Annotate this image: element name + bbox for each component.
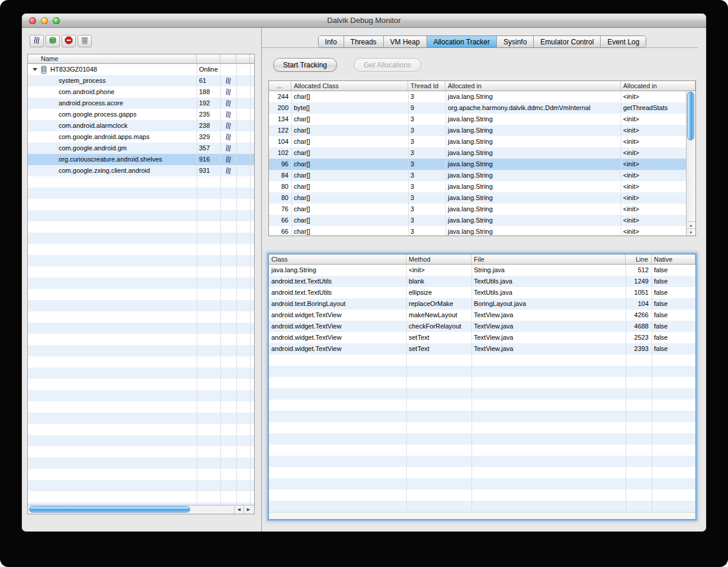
process-pid: 329 — [197, 131, 220, 143]
column-header-method[interactable]: Method — [406, 254, 472, 264]
frame-file: BoringLayout.java — [472, 298, 626, 310]
allocation-thread-id: 3 — [408, 170, 445, 181]
allocation-row[interactable]: 80 char[] 3 java.lang.String <init> — [269, 181, 686, 192]
halt-process-button[interactable] — [62, 35, 76, 47]
process-pid: 188 — [197, 86, 220, 98]
column-header-allocated-in-class[interactable]: Allocated in — [445, 81, 621, 91]
desktop-background: Dalvik Debug Monitor — [0, 0, 728, 567]
column-header-class[interactable]: Class — [269, 254, 406, 264]
tab[interactable]: Event Log — [601, 36, 646, 47]
process-row[interactable]: org.curiouscreature.android.shelves 916 — [28, 154, 254, 165]
stack-frame-row[interactable]: android.widget.TextView setText TextView… — [269, 332, 695, 343]
thread-updates-button[interactable] — [30, 35, 44, 47]
allocation-size: 80 — [269, 181, 291, 192]
process-row[interactable]: com.google.android.gm 357 — [28, 143, 254, 154]
allocation-row[interactable]: 102 char[] 3 java.lang.String <init> — [269, 147, 686, 159]
tab[interactable]: Sysinfo — [497, 36, 534, 47]
frame-class: android.widget.TextView — [269, 321, 406, 332]
process-row[interactable]: com.android.alarmclock 238 — [28, 120, 254, 131]
stack-frame-row[interactable]: android.text.BoringLayout replaceOrMake … — [269, 298, 695, 310]
column-header-allocated-class[interactable]: Allocated Class — [291, 81, 408, 91]
allocation-row[interactable]: 200 byte[] 9 org.apache.harmony.dalvik.d… — [269, 102, 686, 114]
scroll-down-button[interactable]: ▼ — [687, 228, 695, 236]
vertical-scrollbar[interactable]: ▲ ▼ — [686, 91, 695, 236]
get-allocations-button[interactable]: Get Allocations — [354, 58, 421, 72]
cause-gc-button[interactable] — [78, 35, 92, 47]
process-row[interactable]: com.android.phone 188 — [28, 86, 254, 98]
horizontal-scrollbar-track[interactable] — [269, 512, 695, 519]
start-tracking-button[interactable]: Start Tracking — [273, 58, 337, 72]
process-row[interactable]: system_process 61 — [28, 75, 254, 86]
allocation-row[interactable]: 104 char[] 3 java.lang.String <init> — [269, 136, 686, 147]
allocation-row[interactable]: 244 char[] 3 java.lang.String <init> — [269, 91, 686, 102]
allocation-class: char[] — [291, 215, 408, 226]
column-header-thread-id[interactable]: Thread Id — [408, 81, 445, 91]
column-header-name[interactable]: Name — [28, 54, 197, 63]
stack-frame-row[interactable]: android.widget.TextView makeNewLayout Te… — [269, 310, 695, 321]
allocation-class: char[] — [291, 147, 408, 159]
titlebar[interactable]: Dalvik Debug Monitor — [22, 14, 706, 28]
device-toolbar — [30, 35, 92, 47]
column-header-native[interactable]: Native — [652, 254, 695, 264]
update-heap-button[interactable] — [46, 35, 60, 47]
scroll-up-button[interactable]: ▲ — [687, 221, 695, 228]
scrollbar-thumb[interactable] — [687, 92, 694, 140]
scroll-left-button[interactable]: ◀ — [234, 505, 243, 514]
stack-frame-row[interactable]: android.widget.TextView checkForRelayout… — [269, 321, 695, 332]
zoom-button[interactable] — [53, 17, 60, 24]
allocation-row[interactable]: 122 char[] 3 java.lang.String <init> — [269, 125, 686, 136]
horizontal-scrollbar[interactable]: ◀ ▶ — [28, 505, 254, 514]
close-button[interactable] — [29, 17, 36, 24]
scroll-right-button[interactable]: ▶ — [243, 505, 253, 514]
allocation-row[interactable]: 80 char[] 3 java.lang.String <init> — [269, 192, 686, 204]
allocation-thread-id: 3 — [408, 226, 445, 236]
device-tree: HT833GZ01048 Online system_process 61 — [28, 64, 254, 505]
scrollbar-thumb[interactable] — [29, 506, 190, 513]
device-row[interactable]: HT833GZ01048 Online — [28, 64, 254, 75]
allocation-in-method: <init> — [621, 159, 686, 170]
frame-line: 2523 — [626, 332, 652, 343]
allocation-in-class: org.apache.harmony.dalvik.ddmc.DdmVmInte… — [445, 102, 621, 114]
tab[interactable]: Info — [319, 36, 344, 47]
column-header-pid[interactable] — [197, 54, 220, 63]
tab[interactable]: VM Heap — [384, 36, 427, 47]
stack-frame-row[interactable]: android.text.TextUtils ellipsize TextUti… — [269, 287, 695, 298]
tab[interactable]: Threads — [344, 36, 384, 47]
allocation-in-class: java.lang.String — [445, 170, 621, 181]
column-header-size[interactable]: ... — [269, 81, 291, 91]
tab[interactable]: Emulator Control — [534, 36, 601, 47]
column-header-line[interactable]: Line — [626, 254, 652, 264]
column-header-extra[interactable] — [236, 54, 250, 63]
allocation-row[interactable]: 76 char[] 3 java.lang.String <init> — [269, 204, 686, 215]
allocation-thread-id: 9 — [408, 102, 445, 114]
column-header-file[interactable]: File — [472, 254, 626, 264]
frame-file: TextUtils.java — [472, 287, 626, 298]
split-sash[interactable] — [261, 28, 262, 531]
process-row[interactable]: com.google.zxing.client.android 931 — [28, 165, 254, 176]
allocation-row[interactable]: 134 char[] 3 java.lang.String <init> — [269, 114, 686, 125]
allocation-row[interactable]: 96 char[] 3 java.lang.String <init> — [269, 159, 686, 170]
process-row[interactable]: com.google.android.apps.maps 329 — [28, 131, 254, 143]
allocation-thread-id: 3 — [408, 125, 445, 136]
stack-frame-row[interactable]: android.widget.TextView setText TextView… — [269, 343, 695, 355]
frame-native: false — [652, 310, 686, 321]
process-row[interactable]: com.google.process.gapps 235 — [28, 109, 254, 120]
allocation-row[interactable]: 66 char[] 3 java.lang.String <init> — [269, 215, 686, 226]
column-header-status-icon[interactable] — [220, 54, 236, 63]
column-header-allocated-in-method[interactable]: Allocated in — [621, 81, 695, 91]
process-name: com.google.android.gm — [28, 143, 197, 154]
disclosure-triangle-icon[interactable] — [33, 68, 37, 71]
stack-trace-body: java.lang.String <init> String.java 512 … — [269, 265, 695, 512]
device-status: Online — [197, 64, 220, 75]
allocation-row[interactable]: 84 char[] 3 java.lang.String <init> — [269, 170, 686, 181]
tab[interactable]: Allocation Tracker — [427, 36, 497, 47]
minimize-button[interactable] — [41, 17, 48, 24]
frame-class: android.text.TextUtils — [269, 287, 406, 298]
frame-file: TextView.java — [472, 332, 626, 343]
allocations-table: ... Allocated Class Thread Id Allocated … — [268, 80, 696, 236]
stack-frame-row[interactable]: java.lang.String <init> String.java 512 … — [269, 265, 695, 276]
tab-bar: Info Threads VM Heap Allocation Tracker … — [262, 36, 703, 48]
process-row[interactable]: android.process.acore 192 — [28, 98, 254, 109]
stack-frame-row[interactable]: android.text.TextUtils blank TextUtils.j… — [269, 276, 695, 287]
allocation-row[interactable]: 66 char[] 3 java.lang.String <init> — [269, 226, 686, 236]
